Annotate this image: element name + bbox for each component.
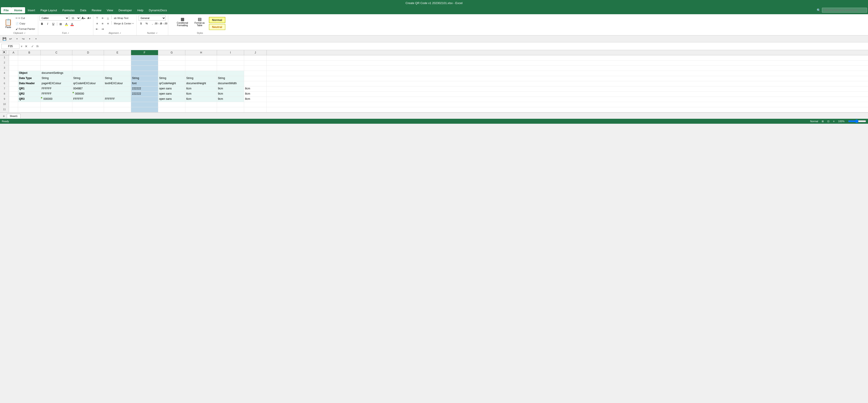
row-number-3[interactable]: 3 [0, 66, 9, 71]
cell-f1[interactable] [131, 55, 158, 60]
font-size-select[interactable]: 11 [70, 15, 81, 21]
cell-h3[interactable] [185, 66, 217, 71]
cell-j6[interactable] [244, 81, 267, 86]
align-middle-button[interactable]: ≡ [100, 15, 105, 21]
align-right-button[interactable]: ≡ [105, 21, 111, 26]
view-break-icon[interactable]: ≡ [833, 120, 834, 123]
number-format-select[interactable]: General [138, 15, 166, 21]
col-header-e[interactable]: E [104, 50, 131, 55]
cell-h1[interactable] [185, 55, 217, 60]
menu-formulas[interactable]: Formulas [60, 7, 77, 13]
cell-reference-box[interactable]: F35 [1, 44, 20, 49]
cell-b5[interactable]: Data Type [18, 76, 41, 81]
cell-f7[interactable]: 222222 [131, 87, 158, 92]
cell-a1[interactable] [9, 55, 18, 60]
cell-j4[interactable] [244, 71, 267, 76]
cell-f6[interactable]: font [131, 81, 158, 86]
cell-i8[interactable]: 9cm [217, 92, 244, 97]
cell-g5[interactable]: String [158, 76, 185, 81]
cell-c4[interactable]: documentSettings [41, 71, 72, 76]
menu-insert[interactable]: Insert [25, 7, 38, 13]
cell-c8[interactable]: FFFFFF [41, 92, 72, 97]
col-header-g[interactable]: G [158, 50, 185, 55]
accounting-format-button[interactable]: $ [138, 21, 144, 26]
cell-c10[interactable] [41, 102, 72, 107]
menu-pagelayout[interactable]: Page Layout [38, 7, 60, 13]
cell-g2[interactable] [158, 61, 185, 65]
cell-d5[interactable]: String [72, 76, 104, 81]
cell-b8[interactable]: QR2 [18, 92, 41, 97]
cell-i2[interactable] [217, 61, 244, 65]
cell-i11[interactable] [217, 107, 244, 112]
cell-c7[interactable]: FFFFFF [41, 87, 72, 92]
cell-a8[interactable] [9, 92, 18, 97]
sheet-tab-sheet1[interactable]: Sheet1 [7, 114, 21, 118]
col-header-d[interactable]: D [72, 50, 104, 55]
cell-f5[interactable]: String [131, 76, 158, 81]
fill-color-button[interactable]: A [64, 22, 69, 26]
cell-j2[interactable] [244, 61, 267, 65]
cell-h11[interactable] [185, 107, 217, 112]
increase-font-size-button[interactable]: A▲ [81, 15, 86, 21]
cell-e1[interactable] [104, 55, 131, 60]
cell-e5[interactable]: String [104, 76, 131, 81]
cell-j5[interactable] [244, 76, 267, 81]
cell-c9[interactable]: 000000 [41, 97, 72, 102]
border-button[interactable]: ⊞ [58, 22, 63, 26]
cell-g7[interactable]: open sans [158, 87, 185, 92]
decrease-indent-button[interactable]: ⇤ [95, 26, 100, 31]
cell-f3[interactable] [131, 66, 158, 71]
row-number-5[interactable]: 5 [0, 76, 9, 81]
col-header-c[interactable]: C [41, 50, 72, 55]
cell-j3[interactable] [244, 66, 267, 71]
cell-a3[interactable] [9, 66, 18, 71]
cell-j9[interactable]: 8cm [244, 97, 267, 102]
menu-file[interactable]: File [1, 7, 11, 13]
menu-review[interactable]: Review [89, 7, 104, 13]
align-left-button[interactable]: ≡ [95, 21, 100, 26]
cell-e7[interactable] [104, 87, 131, 92]
menu-view[interactable]: View [104, 7, 116, 13]
cell-f2[interactable] [131, 61, 158, 65]
view-layout-icon[interactable]: ⊡ [827, 120, 829, 123]
zoom-slider[interactable] [848, 120, 866, 123]
cell-i3[interactable] [217, 66, 244, 71]
cell-d7[interactable]: 0049B7 [72, 87, 104, 92]
cell-h6[interactable]: documentHeight [185, 81, 217, 86]
align-bottom-button[interactable]: ⊥ [105, 15, 111, 21]
cell-d4[interactable] [72, 71, 104, 76]
cell-g3[interactable] [158, 66, 185, 71]
cell-c6[interactable]: pageHEXColour [41, 81, 72, 86]
merge-center-button[interactable]: Merge & Center ▾ [113, 21, 135, 26]
menu-developer[interactable]: Developer [116, 7, 134, 13]
cell-d9[interactable]: FFFFFF [72, 97, 104, 102]
select-all-button[interactable]: ▶ [3, 50, 6, 54]
row-number-6[interactable]: 6 [0, 81, 9, 86]
cell-g4[interactable] [158, 71, 185, 76]
cell-c11[interactable] [41, 107, 72, 112]
wrap-text-button[interactable]: ab Wrap Text [113, 15, 130, 21]
col-header-a[interactable]: A [9, 50, 18, 55]
row-number-8[interactable]: 8 [0, 92, 9, 97]
cell-e9[interactable]: FFFFFF [104, 97, 131, 102]
redo-button[interactable]: ↪ [21, 36, 26, 41]
underline-button[interactable]: U [51, 22, 56, 26]
cell-j7[interactable]: 8cm [244, 87, 267, 92]
cell-c1[interactable] [41, 55, 72, 60]
cancel-formula-button[interactable]: ✕ [24, 44, 29, 49]
cell-b6[interactable]: Data Header [18, 81, 41, 86]
menu-data[interactable]: Data [77, 7, 89, 13]
cell-h2[interactable] [185, 61, 217, 65]
cell-b9[interactable]: QR3 [18, 97, 41, 102]
decrease-font-size-button[interactable]: A▼ [87, 15, 92, 21]
cell-e8[interactable] [104, 92, 131, 97]
row-number-9[interactable]: 9 [0, 97, 9, 102]
cell-i10[interactable] [217, 102, 244, 107]
tell-me-input[interactable] [822, 8, 867, 13]
cell-a2[interactable] [9, 61, 18, 65]
col-header-f[interactable]: F [131, 50, 158, 55]
cell-h8[interactable]: 6cm [185, 92, 217, 97]
font-color-button[interactable]: A [70, 22, 74, 26]
cell-a9[interactable] [9, 97, 18, 102]
cell-f8[interactable]: 222222 [131, 92, 158, 97]
